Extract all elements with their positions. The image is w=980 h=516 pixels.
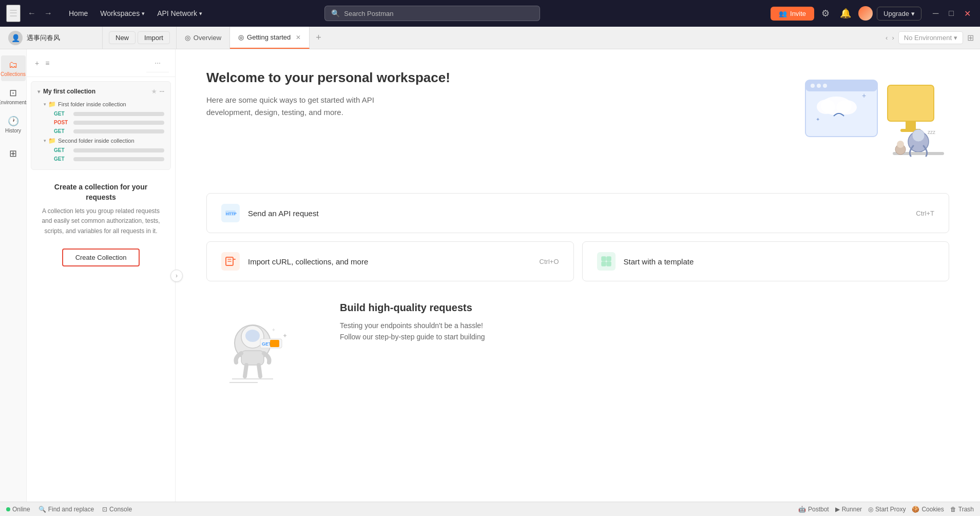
tab-overview[interactable]: ◎ Overview — [177, 27, 230, 49]
create-collection-button[interactable]: Create Collection — [62, 249, 140, 266]
tabbar: 👤 遇事问春风 New Import ◎ Overview ◎ Getting … — [0, 27, 980, 49]
add-collection-icon: ⊞ — [9, 148, 17, 159]
welcome-text: Welcome to your personal workspace! Here… — [206, 70, 785, 119]
content-area: Welcome to your personal workspace! Here… — [176, 49, 980, 502]
send-api-request-card[interactable]: HTTP Send an API request Ctrl+T — [206, 193, 949, 233]
grid-view-button[interactable]: ⊞ — [967, 33, 974, 43]
send-api-label: Send an API request — [248, 209, 908, 218]
statusbar: Online 🔍 Find and replace ⊡ Console 🤖 Po… — [0, 502, 980, 516]
online-status[interactable]: Online — [6, 506, 30, 513]
upgrade-button[interactable]: Upgrade ▾ — [877, 7, 921, 21]
home-link[interactable]: Home — [64, 7, 93, 20]
panel-filter-button[interactable]: ≡ — [43, 58, 51, 68]
tab-chevron-left[interactable]: ‹ — [886, 34, 888, 42]
svg-point-28 — [245, 330, 260, 342]
panel-more-button[interactable]: ··· — [146, 53, 169, 72]
forward-button[interactable]: → — [41, 7, 55, 20]
cookies-button[interactable]: 🍪 Cookies — [912, 506, 944, 513]
invite-button[interactable]: 👥 Invite — [771, 7, 814, 21]
request-line-2 — [73, 121, 164, 125]
import-card[interactable]: Import cURL, collections, and more Ctrl+… — [206, 241, 574, 281]
folder1-row[interactable]: ▾ 📁 First folder inside collection — [44, 99, 164, 109]
settings-button[interactable]: ⚙ — [818, 6, 833, 21]
minimize-button[interactable]: ─ — [930, 8, 941, 20]
method-get-1: GET — [54, 111, 70, 117]
sidebar-item-history[interactable]: 🕐 History — [1, 111, 26, 138]
svg-rect-25 — [607, 262, 611, 266]
notifications-button[interactable]: 🔔 — [837, 6, 854, 21]
request-line-5 — [73, 157, 164, 161]
sidebar-item-environments[interactable]: ⊡ Environments — [1, 83, 26, 109]
panel-content: ▾ My first collection ★ ··· ▾ 📁 First fo… — [27, 77, 175, 502]
environment-selector[interactable]: No Environment ▾ — [898, 31, 963, 44]
search-icon: 🔍 — [331, 9, 340, 17]
sidebar-item-add[interactable]: ⊞ — [1, 144, 26, 163]
import-button[interactable]: Import — [138, 31, 170, 44]
titlebar: ☰ ← → Home Workspaces ▾ API Network ▾ 🔍 … — [0, 0, 980, 27]
panel-wrapper: + ≡ ··· ▾ My first collection ★ ··· — [27, 49, 176, 502]
api-network-link[interactable]: API Network ▾ — [152, 7, 207, 20]
new-button[interactable]: New — [109, 31, 136, 44]
console-button[interactable]: ⊡ Console — [102, 506, 132, 513]
send-api-icon: HTTP — [221, 204, 240, 222]
welcome-section: Welcome to your personal workspace! Here… — [176, 49, 980, 193]
svg-text:+: + — [272, 327, 275, 333]
build-title: Build high-quality requests — [340, 302, 949, 314]
tab-getting-started[interactable]: ◎ Getting started ✕ — [230, 27, 310, 49]
svg-point-18 — [897, 141, 904, 148]
user-name: 遇事问春风 — [27, 33, 60, 43]
template-label: Start with a template — [624, 257, 935, 266]
send-api-shortcut: Ctrl+T — [916, 209, 934, 217]
add-tab-button[interactable]: + — [310, 32, 328, 43]
svg-rect-32 — [270, 340, 279, 347]
find-replace-button[interactable]: 🔍 Find and replace — [39, 506, 94, 513]
cookies-icon: 🍪 — [912, 506, 919, 513]
collapse-panel-button[interactable]: › — [170, 270, 183, 282]
svg-point-2 — [811, 84, 815, 88]
trash-button[interactable]: 🗑 Trash — [950, 506, 974, 513]
svg-rect-22 — [602, 257, 606, 261]
folder2-row[interactable]: ▾ 📁 Second folder inside collection — [44, 136, 164, 146]
sidebar-icons: 🗂 Collections ⊡ Environments 🕐 History ⊞ — [0, 49, 27, 502]
svg-rect-10 — [888, 85, 934, 121]
svg-text:HTTP: HTTP — [226, 212, 237, 216]
panel-dots-button[interactable]: ··· — [152, 58, 163, 68]
postbot-icon: 🤖 — [798, 506, 806, 513]
history-icon: 🕐 — [8, 116, 19, 127]
template-card[interactable]: Start with a template — [582, 241, 950, 281]
getting-started-icon: ◎ — [238, 33, 244, 41]
collection-tree: ▾ My first collection ★ ··· ▾ 📁 First fo… — [31, 81, 171, 170]
collection-star-icon[interactable]: ★ — [151, 88, 157, 95]
welcome-illustration: + ✦ zzz — [785, 70, 949, 173]
postbot-button[interactable]: 🤖 Postbot — [798, 506, 829, 513]
svg-rect-23 — [607, 257, 611, 261]
statusbar-left: Online 🔍 Find and replace ⊡ Console — [6, 506, 132, 513]
sidebar-item-collections[interactable]: 🗂 Collections — [1, 55, 26, 81]
workspaces-link[interactable]: Workspaces ▾ — [95, 7, 150, 20]
tab-chevron-right[interactable]: › — [892, 34, 894, 42]
close-button[interactable]: ✕ — [961, 8, 974, 20]
svg-rect-24 — [602, 262, 606, 266]
search-placeholder: Search Postman — [344, 10, 393, 17]
folder2: ▾ 📁 Second folder inside collection GET … — [44, 136, 164, 163]
tab-close-icon[interactable]: ✕ — [296, 34, 301, 41]
request-row-3: GET — [44, 127, 164, 136]
back-button[interactable]: ← — [25, 7, 39, 20]
start-proxy-button[interactable]: ◎ Start Proxy — [868, 506, 906, 513]
panel-add-button[interactable]: + — [33, 58, 41, 68]
collection-dots-button[interactable]: ··· — [160, 88, 164, 94]
folder1-folder-icon: 📁 — [48, 101, 56, 108]
maximize-button[interactable]: □ — [946, 8, 957, 20]
import-shortcut: Ctrl+O — [540, 258, 559, 265]
trash-icon: 🗑 — [950, 506, 956, 513]
folder2-chevron-icon: ▾ — [44, 138, 46, 143]
collection-header[interactable]: ▾ My first collection ★ ··· — [37, 88, 164, 95]
bottom-section: GET ✦ + Build high-quality requests Test… — [176, 302, 980, 407]
runner-button[interactable]: ▶ Runner — [835, 506, 862, 513]
menu-button[interactable]: ☰ — [6, 5, 21, 22]
create-desc: A collection lets you group related requ… — [39, 206, 163, 236]
user-section: 👤 遇事问春风 — [0, 27, 103, 49]
search-bar[interactable]: 🔍 Search Postman — [324, 6, 540, 21]
create-text: Create a collection for your requests A … — [31, 178, 171, 242]
request-line-3 — [73, 129, 164, 133]
